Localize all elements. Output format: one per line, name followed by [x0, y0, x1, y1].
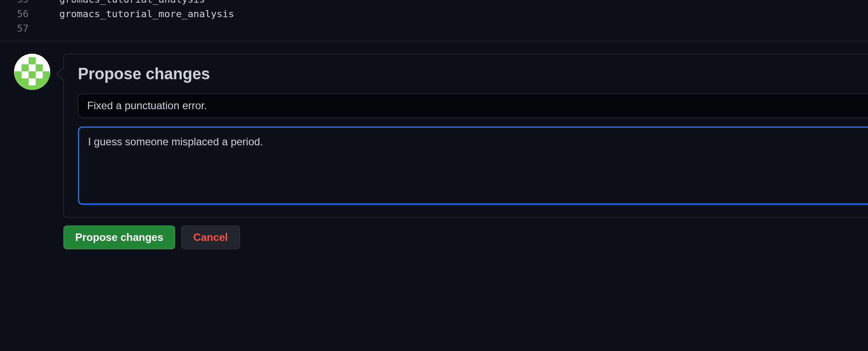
svg-rect-7 — [15, 78, 29, 85]
code-line: 56 gromacs_tutorial_more_analysis — [0, 7, 868, 21]
svg-rect-6 — [43, 71, 50, 78]
propose-changes-button[interactable]: Propose changes — [63, 225, 175, 249]
svg-rect-1 — [29, 57, 36, 64]
commit-description-input[interactable] — [78, 126, 868, 205]
svg-rect-4 — [15, 71, 22, 78]
svg-rect-3 — [36, 64, 43, 71]
cancel-button[interactable]: Cancel — [181, 225, 240, 249]
code-content: gromacs_tutorial_analysis — [42, 0, 205, 7]
code-line: 55 gromacs_tutorial_analysis — [0, 0, 868, 7]
comment-box: Propose changes — [63, 54, 868, 218]
svg-rect-9 — [22, 85, 43, 90]
avatar-identicon-icon — [14, 54, 50, 90]
propose-heading: Propose changes — [78, 65, 868, 83]
code-editor: 55 gromacs_tutorial_analysis 56 gromacs_… — [0, 0, 868, 41]
line-number: 56 — [0, 7, 42, 21]
code-line: 57 — [0, 21, 868, 36]
svg-rect-2 — [22, 64, 29, 71]
code-content: gromacs_tutorial_more_analysis — [42, 7, 234, 21]
svg-rect-8 — [36, 78, 50, 85]
action-buttons: Propose changes Cancel — [0, 218, 868, 249]
line-number: 55 — [0, 0, 42, 7]
avatar[interactable] — [14, 54, 50, 90]
svg-rect-5 — [29, 71, 36, 78]
line-number: 57 — [0, 21, 42, 36]
commit-title-input[interactable] — [78, 94, 868, 118]
propose-changes-section: Propose changes — [0, 41, 868, 218]
